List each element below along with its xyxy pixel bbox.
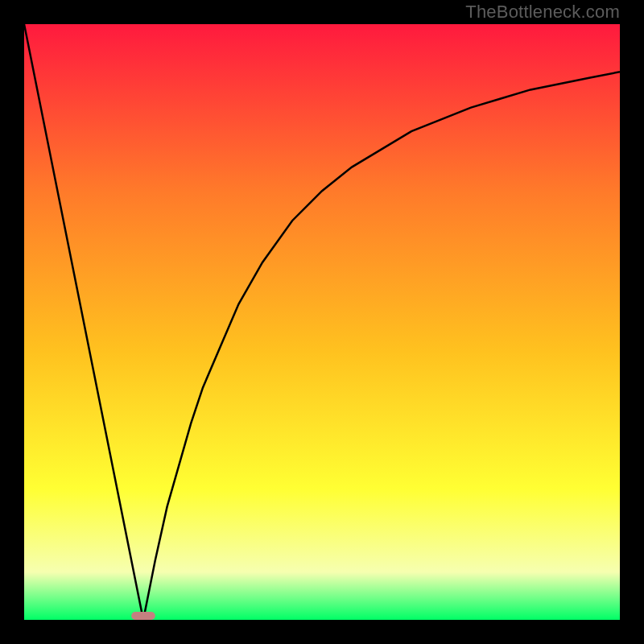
chart-frame: TheBottleneck.com <box>0 0 644 644</box>
bottleneck-curve-chart <box>24 24 620 620</box>
gradient-background <box>24 24 620 620</box>
plot-area <box>24 24 620 620</box>
watermark-text: TheBottleneck.com <box>465 2 620 23</box>
optimum-marker <box>131 612 155 620</box>
